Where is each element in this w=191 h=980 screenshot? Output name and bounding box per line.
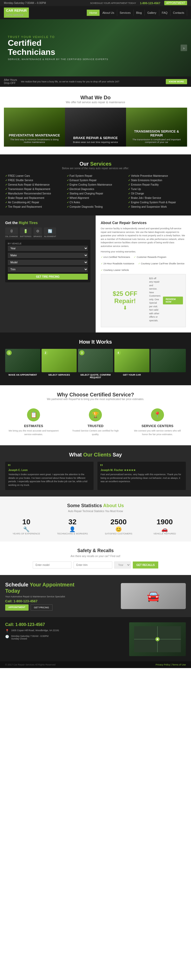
tire-icon-oil[interactable]: 🛢 OIL CHANGE [5,228,18,238]
redeem-button[interactable]: REDEEM NOW [163,297,183,304]
nav-services[interactable]: Services [117,10,134,16]
svc-item: Transmission Repair & Replacement [5,187,63,191]
year-select[interactable]: Year [8,246,88,251]
estimates-icon: 📋 [27,408,40,422]
stat-label-0: YEARS OF EXPERIENCE [5,532,48,535]
hero-section: Trust Your Vehicle to Certified Technici… [0,19,191,76]
appointment-button[interactable]: APPOINTMENT [5,605,29,611]
know-more-button[interactable]: KNOW MORE [166,79,187,84]
svg-point-4 [157,638,158,640]
why-card-desc-0: We bring you the most accurate and trans… [8,429,59,436]
footer-col-2 [67,622,124,656]
services-columns: FREE Loaner Cars FREE Shuttle Service Ge… [5,173,186,209]
get-tire-pricing-button[interactable]: GET TIRE PRICING [8,274,88,280]
hero-subtitle: SERVICE, MAINTENANCE & REPAIR BY THE CER… [8,58,108,60]
svc-item: Exhaust System Repair [67,178,124,183]
svc-item: Brake Repair and Replacement [5,196,63,200]
copyright-text: © 2017 Car Repair Services All Rights Re… [5,663,55,666]
feature-2: 24-Hour Roadside Assistance [101,262,134,265]
logo-text: CAR REPAIR [6,9,27,13]
services-col-2: Fuel System Repair Exhaust System Repair… [67,173,124,209]
why-card-desc-1: Trusted Service Centers are certified fo… [70,429,121,436]
why-subtitle: We partnered with RepairPal to bring you… [5,398,186,401]
after-hours-title: After Hours Drop-OFF [4,78,17,85]
stat-icon-1: 👤 [51,526,94,532]
hero-next-arrow[interactable]: › [181,45,187,51]
nav-about[interactable]: About Us [100,10,117,16]
stars: ★★★★★ [124,469,136,471]
promo-box: $25 OFF Repair! ⬇ $25 off any repair and… [101,274,186,328]
model-input[interactable] [33,562,72,568]
stat-0: 10 🔧 YEARS OF EXPERIENCE [5,518,48,535]
footer-address: 📍 1605 Copan Hill Road, Woodbridge, VA 2… [5,629,62,633]
why-card-title-0: ESTIMATES [8,424,59,428]
feature-1: Customer Rewards Program [134,256,166,258]
get-pricing-button[interactable]: GET PRICING [31,605,53,611]
nav-gallery[interactable]: Gallery [145,10,159,16]
split-section: Get the Right Tires 🛢 OIL CHANGE 🔋 BATTE… [0,215,191,332]
why-cards: 📋 ESTIMATES We bring you the most accura… [5,406,186,439]
year-select[interactable]: Year [115,562,131,568]
svc-item: Electrical Diagnostics [67,187,124,191]
step-3: 3 SELECT QUOTE, CONFIRM REQUEST [78,349,113,379]
svc-item: FREE Loaner Cars [5,173,63,178]
trusted-icon: 🏆 [89,408,102,422]
trim-select[interactable]: Trim [8,267,88,272]
clients-title-accent: Our Clients [83,452,111,458]
svc-item: Oil Change [128,191,186,196]
logo: CAR REPAIR AUTO SERVICE [4,8,29,18]
testimonial-text-1: Fast and personalized service, very happ… [100,473,183,484]
tire-icon-batteries[interactable]: 🔋 BATTERIES [20,228,32,238]
how-it-works-section: How It Works 1 MAKE AN APPOINTMENT 2 SEL… [0,332,191,385]
after-hours-text: We realize that you have a busy life, so… [21,80,162,83]
schedule-title: Schedule Your Appointment Today [5,582,116,594]
about-features: AAA Certified Technicians Customer Rewar… [101,256,186,271]
service-centers-icon: 📍 [151,408,164,422]
step-label-3: SELECT QUOTE, CONFIRM REQUEST [78,374,113,379]
schedule-buttons: APPOINTMENT GET PRICING [5,605,116,611]
footer-links[interactable]: Privacy Policy | Terms of Use [156,663,186,666]
our-services-sub: Below are some of the many auto repair s… [5,167,186,170]
tire-icon-brakes[interactable]: ⚙ BRAKES [33,228,42,238]
footer-hours: 🕐 Monday-Saturday 7:00AM - 6:00PMSunday … [5,635,62,640]
safety-recalls-section: Safety & Recalls Are there any recalls o… [0,541,191,575]
nav-blog[interactable]: Blog [134,10,145,16]
model-select[interactable]: Model [8,260,88,265]
promo-text: $25 off any repair and service. New Cust… [149,277,161,323]
testimonial-0: " Joseph C. Leon Yesterday's brake suspe… [5,462,94,490]
schedule-section: Schedule Your Appointment Today Your Aut… [0,575,191,617]
nav-contacts[interactable]: Contacts [170,10,187,16]
quote-mark-0: " [8,463,11,471]
get-recalls-button[interactable]: GET RECALLS [133,562,159,568]
appointment-btn[interactable]: APPOINTMENT [164,1,187,5]
stat-icon-2: 😊 [97,526,140,532]
stat-1: 32 👤 TECHNICIANS & WORKERS [51,518,94,535]
tire-icon-alignment[interactable]: 🔄 ALIGNMENT [44,228,56,238]
service-title-0: PREVENTATIVE MAINTENANCE [7,134,62,137]
nav-home[interactable]: Home [86,10,100,16]
service-title-1: BRAKE REPAIR & SERVICE [68,136,123,140]
hero-content: Trust Your Vehicle to Certified Technici… [0,30,116,66]
svc-item: Tune Up [128,187,186,191]
nav-faq[interactable]: FAQ [159,10,170,16]
svc-item: Fuel System Repair [67,173,124,178]
safety-subtitle: Are there any recalls on your car? Find … [5,555,186,558]
feature-3: Courtesy Loaner Car/Free Shuttle Service [138,262,185,265]
stat-num-0: 10 [5,518,48,526]
service-desc-0: The best way to minimize breakdowns is d… [7,138,62,143]
svc-item: Starting and Charging Repair [67,191,124,196]
header: CAR REPAIR AUTO SERVICE Home About Us Se… [0,6,191,19]
main-nav: Home About Us Services Blog Gallery FAQ … [86,10,187,16]
trim-input[interactable] [73,562,112,568]
location-icon: 📍 [5,629,9,633]
what-title: What We Do [4,95,187,100]
step-1: 1 MAKE AN APPOINTMENT [5,349,40,379]
svc-item: General Auto Repair & Maintenance [5,183,63,187]
our-services-title: Our Services Below are some of the many … [5,161,186,170]
schedule-call: Call: 1-800-123-4567 [5,599,116,603]
make-select[interactable]: Make [8,253,88,258]
services-col-3: Vehicle Preventive Maintenance State Emi… [128,173,186,209]
step-2: 2 SELECT SERVICES [41,349,76,379]
after-hours-bar: After Hours Drop-OFF We realize that you… [0,76,191,87]
service-card-0: PREVENTATIVE MAINTENANCE The best way to… [4,108,65,146]
